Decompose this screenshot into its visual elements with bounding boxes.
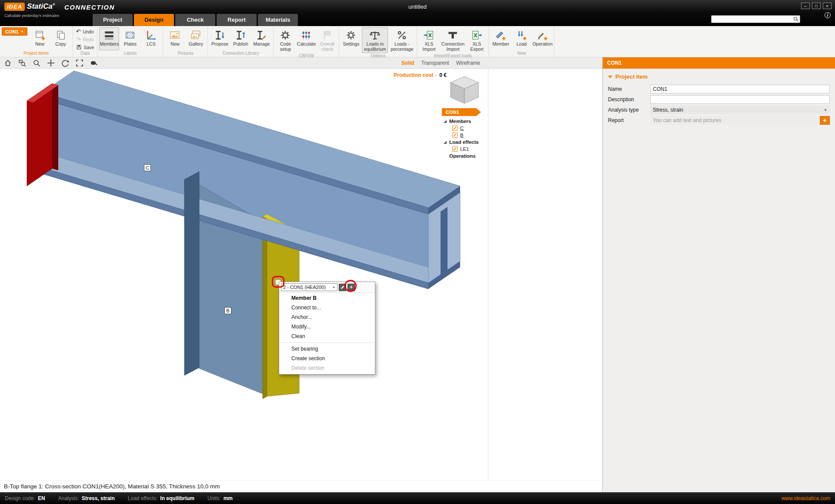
tab-design[interactable]: Design	[134, 14, 174, 26]
section-project-item[interactable]: Project item	[608, 73, 830, 80]
description-input[interactable]	[650, 95, 830, 104]
chevron-down-icon: ▼	[332, 286, 335, 289]
section-collapse-icon[interactable]	[608, 76, 612, 78]
code-setup-button[interactable]: Code setup	[275, 27, 295, 53]
home-view-icon[interactable]	[4, 59, 12, 67]
new-load-button[interactable]: Load	[511, 27, 531, 50]
statusbar: Design code:EN Analysis:Stress, strain L…	[0, 492, 835, 504]
loads-in-equilibrium-button[interactable]: Loads in equilibrium	[362, 27, 388, 53]
search-input[interactable]	[711, 17, 793, 22]
ribbon-group-options: Settings Loads in equilibrium Loads - pe…	[339, 26, 417, 57]
library-propose-button[interactable]: Propose	[210, 27, 230, 50]
collapse-triangle-icon[interactable]	[444, 141, 447, 144]
yellow-plate-edge[interactable]	[263, 214, 267, 399]
viewport-status-line: B-Top flange 1: Cross-section CON1(HEA20…	[0, 480, 602, 492]
calculate-button[interactable]: Calculate	[296, 27, 316, 53]
propose-icon	[214, 29, 225, 41]
name-input[interactable]	[650, 85, 830, 93]
redo-button[interactable]: ↷ Redo	[75, 36, 96, 43]
code-setup-gear-icon	[280, 29, 291, 41]
member-label-b[interactable]: B	[224, 307, 231, 314]
tree-banner-con1[interactable]: CON1	[442, 108, 481, 116]
picture-new-button[interactable]: New	[165, 27, 185, 50]
xls-export-button[interactable]: XLS Export	[467, 27, 487, 53]
view-mode-wireframe[interactable]: Wireframe	[456, 60, 480, 66]
undo-button[interactable]: ↶ Undo	[75, 28, 96, 35]
new-load-icon	[516, 29, 527, 41]
labels-lcs-button[interactable]: LCS	[141, 27, 161, 50]
new-member-button[interactable]: Member	[491, 27, 511, 50]
navigation-cube[interactable]	[447, 74, 482, 105]
zoom-all-icon[interactable]	[76, 59, 84, 67]
info-icon[interactable]: i	[825, 12, 831, 18]
tree-item-le1[interactable]: ✓ LE1	[452, 146, 488, 152]
tab-materials[interactable]: Materials	[258, 14, 298, 26]
active-item-dropdown[interactable]: CON1 ▼	[2, 27, 27, 36]
library-manage-button[interactable]: Manage	[251, 27, 271, 50]
new-operation-button[interactable]: Operation	[532, 27, 552, 50]
search-box	[711, 15, 800, 23]
menu-item-connect-to[interactable]: Connect to...	[279, 303, 375, 312]
copy-project-item-button[interactable]: Copy	[51, 27, 71, 50]
tree-section-members[interactable]: Members	[444, 119, 488, 124]
column-b-flange-face[interactable]	[184, 172, 199, 375]
minimize-button[interactable]: ─	[801, 3, 810, 9]
loads-percentage-button[interactable]: Loads - percentage	[389, 27, 415, 53]
tab-project[interactable]: Project	[93, 14, 133, 26]
website-link[interactable]: www.ideastatica.com	[782, 495, 830, 501]
report-placeholder[interactable]: You can add text and pictures	[650, 116, 818, 125]
labels-members-button[interactable]: Members	[99, 27, 119, 50]
production-cost-value: 0 €	[439, 72, 447, 78]
view-mode-transparent[interactable]: Transparent	[421, 60, 449, 66]
xls-import-button[interactable]: XLS Import	[419, 27, 439, 53]
overall-check-button[interactable]: Overall check	[317, 27, 337, 53]
menu-item-clean[interactable]: Clean	[279, 332, 375, 341]
labels-plates-button[interactable]: Plates	[120, 27, 140, 50]
settings-button[interactable]: Settings	[341, 27, 361, 53]
collapse-triangle-icon[interactable]	[444, 120, 447, 123]
menu-item-set-bearing[interactable]: Set bearing	[279, 344, 375, 354]
members-icon	[104, 29, 115, 41]
pan-icon[interactable]	[47, 59, 55, 67]
library-publish-button[interactable]: Publish	[230, 27, 250, 50]
menu-item-modify[interactable]: Modify...	[279, 322, 375, 332]
tab-check[interactable]: Check	[175, 14, 215, 26]
member-label-c[interactable]: C	[144, 164, 151, 171]
rotate-icon[interactable]	[61, 59, 69, 67]
save-button[interactable]: Save	[75, 44, 96, 50]
panel-header: CON1	[603, 57, 835, 69]
context-menu: 2 - CON1 (HEA200) ▼ + Member B Connect t…	[279, 282, 375, 375]
connection-import-button[interactable]: Connection Import	[440, 27, 466, 53]
checkbox-member-c[interactable]: ✓	[452, 126, 458, 131]
tree-item-member-b[interactable]: ✓ B	[452, 133, 488, 138]
balance-scale-icon	[369, 29, 381, 41]
tree-item-member-c[interactable]: ✓ C	[452, 126, 488, 131]
add-report-button[interactable]: +	[820, 116, 830, 125]
context-menu-title: Member B	[279, 293, 375, 303]
3d-connection-model[interactable]	[0, 69, 488, 480]
analysis-type-dropdown[interactable]: Stress, strain ▼	[650, 106, 830, 114]
menu-item-anchor[interactable]: Anchor...	[279, 312, 375, 322]
new-project-item-button[interactable]: New	[30, 27, 50, 50]
percentage-icon	[396, 29, 407, 41]
appearance-icon[interactable]	[90, 59, 98, 67]
tab-report[interactable]: Report	[217, 14, 257, 26]
checkbox-member-b[interactable]: ✓	[452, 133, 458, 138]
status-design-code: Design code:EN	[5, 495, 45, 501]
maximize-button[interactable]: □	[812, 3, 821, 9]
redo-icon: ↷	[76, 36, 81, 42]
report-label: Report	[608, 117, 650, 123]
checkbox-le1[interactable]: ✓	[452, 146, 458, 152]
menu-item-create-section[interactable]: Create section	[279, 354, 375, 363]
tree-section-operations[interactable]: Operations	[444, 153, 488, 159]
tree-section-load-effects[interactable]: Load effects	[444, 139, 488, 145]
close-button[interactable]: ×	[823, 3, 832, 9]
view-mode-solid[interactable]: Solid	[401, 60, 414, 66]
overall-check-flag-icon	[321, 29, 333, 41]
zoom-window-icon[interactable]	[18, 59, 26, 67]
3d-viewport[interactable]: Production cost - 0 € CON1 Members	[0, 69, 488, 480]
member-combo[interactable]: 2 - CON1 (HEA200) ▼	[281, 283, 337, 291]
red-end-plate-side[interactable]	[52, 83, 58, 170]
zoom-icon[interactable]	[33, 59, 40, 67]
picture-gallery-button[interactable]: Gallery	[186, 27, 206, 50]
